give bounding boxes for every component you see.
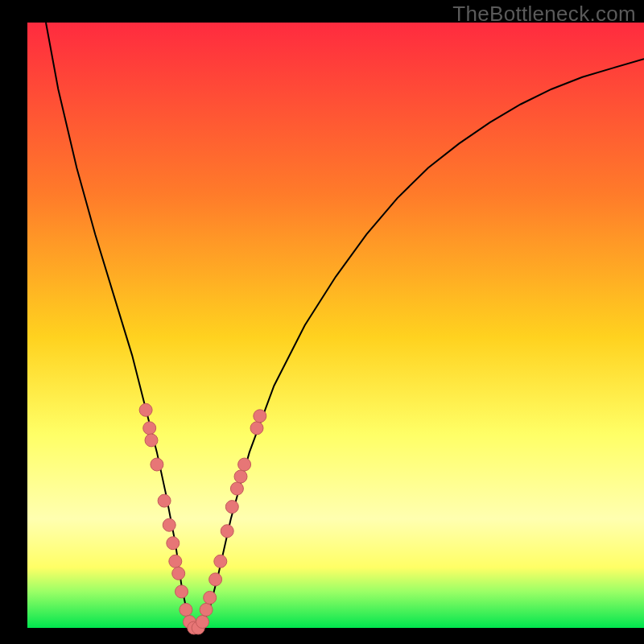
data-point (204, 591, 217, 604)
bottleneck-chart (0, 0, 644, 644)
data-point (230, 482, 243, 495)
data-point (158, 494, 171, 507)
data-point (175, 585, 188, 598)
data-point (169, 555, 182, 568)
data-point (196, 616, 209, 629)
data-point (200, 603, 213, 616)
chart-root: TheBottleneck.com (0, 0, 644, 644)
watermark-text: TheBottleneck.com (452, 2, 636, 27)
data-point (145, 434, 158, 447)
data-point (234, 470, 247, 483)
data-point (225, 501, 238, 514)
data-point (172, 567, 185, 580)
data-point (250, 422, 263, 435)
data-point (139, 403, 152, 416)
data-point (238, 458, 251, 471)
data-point (163, 518, 175, 531)
data-point (151, 458, 163, 471)
data-point (221, 525, 233, 538)
data-point (180, 603, 192, 616)
data-point (167, 537, 180, 550)
data-point (254, 410, 266, 423)
data-point (143, 422, 156, 435)
data-point (209, 573, 222, 586)
plot-area (27, 23, 644, 628)
data-point (214, 555, 227, 568)
